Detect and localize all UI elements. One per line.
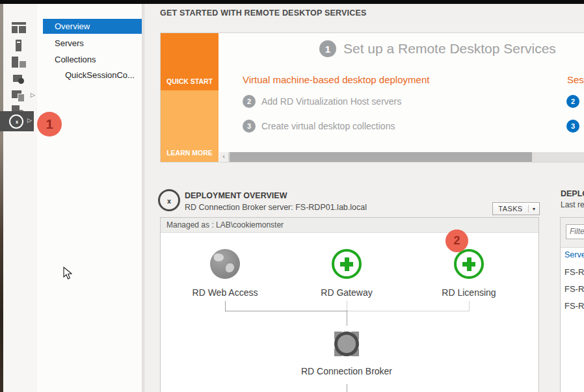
vm-step-3[interactable]: 3 Create virtual desktop collections [243,120,395,133]
quickstart-tab-column: QUICK START LEARN MORE [161,33,219,162]
server-row[interactable]: FS-RD [564,267,584,277]
rds-logo-icon: ›‹ [158,189,180,211]
server-row[interactable]: FS-RD [564,301,584,311]
session-step-3[interactable]: 3 [566,120,584,133]
chevron-down-icon: ▾ [529,206,539,212]
vm-step-2[interactable]: 2 Add RD Virtualization Host servers [243,95,401,108]
step-number-circle: 2 [566,95,579,108]
deployment-servers-list: Filte Serve FS-RD FS-RD FS-RD [560,217,584,392]
annotation-badge-2: 2 [445,229,468,252]
deployment-step-1-heading: 1 Set up a Remote Desktop Services [319,40,556,57]
scrollbar-thumb[interactable] [230,152,532,162]
session-step-2[interactable]: 2 [566,95,584,108]
step-label: Add RD Virtualization Host servers [261,96,401,107]
scroll-left-button[interactable]: ‹ [219,152,229,162]
broker-icon [334,332,359,356]
add-green-icon [332,249,362,279]
node-label: RD Licensing [420,287,518,298]
connector-line [225,311,347,311]
node-rd-gateway[interactable]: RD Gateway [298,249,395,298]
deployment-overview-title: DEPLOYMENT OVERVIEW [185,191,287,200]
local-server-icon [16,40,21,51]
file-storage-icon [12,90,26,101]
last-refreshed-text: Last ref [561,200,584,209]
rail-item-remote-desktop-services[interactable]: ›‹ ▷ [0,111,34,131]
step-number-circle: 3 [566,120,579,133]
node-label: RD Connection Broker [265,366,428,376]
get-started-tile: QUICK START LEARN MORE 1 Set up a Remote… [160,33,584,163]
connector-line-dotted [469,301,470,311]
dashboard-icon [12,22,26,33]
tab-learn-more[interactable]: LEARN MORE [161,90,219,162]
mouse-cursor [63,267,72,283]
node-rd-connection-broker[interactable] [330,327,364,361]
expand-arrow-icon[interactable]: ▷ [27,118,32,124]
rds-nav-pane: Overview Servers Collections QuickSessio… [37,4,142,392]
rail-item-local-server[interactable] [3,37,37,54]
tasks-dropdown-button[interactable]: TASKS ▾ [492,202,540,215]
deployment-servers-title: DEPLO [561,189,584,198]
horizontal-scrollbar[interactable]: ‹ [219,152,584,162]
page-title: GET STARTED WITH REMOTE DESKTOP SERVICES [160,8,367,18]
step-label: Create virtual desktop collections [261,121,395,131]
rail-item-all-servers[interactable] [3,54,37,71]
step-1-title: Set up a Remote Desktop Services [343,41,556,57]
node-label: RD Gateway [298,287,395,298]
connector-line [347,311,347,326]
step-number-circle: 2 [243,95,256,108]
node-label: RD Web Access [176,287,274,298]
remote-desktop-services-icon: ›‹ [9,114,23,129]
node-rd-licensing[interactable]: RD Licensing [420,249,518,298]
server-manager-icon-rail: ▷ [3,4,38,392]
tab-quick-start[interactable]: QUICK START [161,33,219,90]
all-servers-icon [12,57,26,68]
vm-deployment-link[interactable]: Virtual machine-based desktop deployment [243,74,429,85]
add-green-icon [454,249,484,279]
filter-input[interactable]: Filte [566,224,584,239]
column-header-server-name[interactable]: Serve [564,250,584,259]
rail-item-certificates[interactable] [3,71,37,88]
connector-line-dotted [347,301,347,311]
certificate-services-icon [12,73,26,85]
deployment-overview-diagram: Managed as : LAB\cookiemonster RD Web Ac… [160,217,539,392]
rail-item-dashboard[interactable] [3,20,37,36]
nav-item-quicksessioncollection[interactable]: QuickSessionCo... [40,68,142,83]
nav-item-servers[interactable]: Servers [40,36,142,51]
node-rd-web-access[interactable]: RD Web Access [176,249,274,298]
annotation-badge-1: 1 [37,112,62,137]
globe-icon [210,249,240,279]
connector-line [225,301,226,311]
session-deployment-link[interactable]: Ses [567,74,584,85]
tasks-label: TASKS [493,205,528,213]
filter-toolbar: Filte [561,218,584,248]
connector-line [347,384,347,392]
connection-broker-subtitle: RD Connection Broker server: FS-RDP01.la… [185,203,367,212]
step-number-circle: 3 [243,120,256,133]
step-number-circle: 1 [319,40,336,57]
rail-item-file-storage[interactable]: ▷ [3,87,37,104]
nav-item-collections[interactable]: Collections [40,52,142,67]
server-row[interactable]: FS-RD [564,284,584,294]
connector-line-dotted [347,311,469,311]
expand-arrow-icon[interactable]: ▷ [31,92,35,98]
nav-item-overview[interactable]: Overview [43,19,142,34]
pane-divider [142,4,144,392]
managed-as-bar: Managed as : LAB\cookiemonster [161,218,538,233]
